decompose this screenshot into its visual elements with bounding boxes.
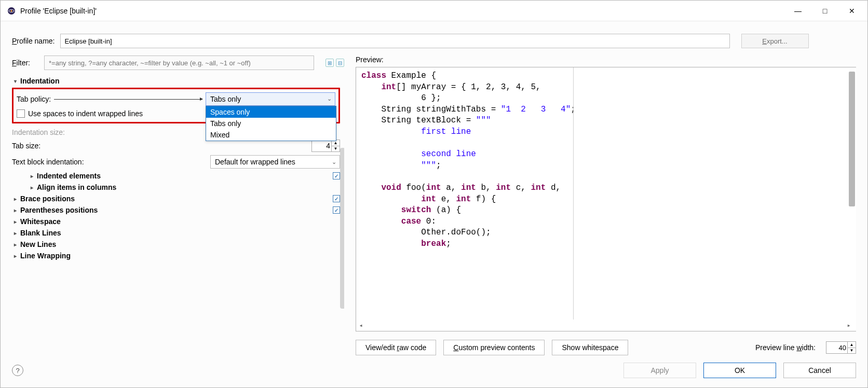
filter-input[interactable] bbox=[44, 56, 314, 70]
preview-scrollbar[interactable] bbox=[849, 72, 855, 206]
filter-label: Filter: bbox=[12, 59, 35, 67]
tab-policy-value: Tabs only bbox=[210, 95, 241, 103]
spinner-down-icon[interactable]: ▼ bbox=[847, 348, 856, 354]
close-button[interactable]: ✕ bbox=[838, 1, 865, 21]
svg-point-2 bbox=[11, 10, 12, 11]
minimize-button[interactable]: — bbox=[784, 1, 811, 21]
preview-line-width-spinner[interactable]: 40 ▲ ▼ bbox=[826, 341, 856, 354]
tree-scrollbar[interactable] bbox=[340, 148, 344, 309]
text-block-value: Default for wrapped lines bbox=[215, 158, 295, 166]
apply-button[interactable]: Apply bbox=[623, 363, 696, 378]
tree-brace-positions[interactable]: Brace positions bbox=[20, 195, 75, 203]
chevron-down-icon: ⌄ bbox=[332, 159, 336, 165]
use-spaces-checkbox[interactable] bbox=[17, 109, 25, 118]
tab-policy-label: Tab policy: bbox=[17, 95, 51, 103]
margin-guide bbox=[573, 67, 574, 320]
chevron-right-icon[interactable]: ▸ bbox=[12, 219, 18, 225]
tree-line-wrapping[interactable]: Line Wrapping bbox=[20, 252, 71, 260]
chevron-down-icon: ⌄ bbox=[327, 95, 332, 102]
profile-name-label: PProfile name:rofile name: bbox=[12, 37, 55, 45]
chevron-right-icon[interactable]: ▸ bbox=[12, 253, 18, 259]
spinner-down-icon[interactable]: ▼ bbox=[331, 146, 340, 152]
text-block-combo[interactable]: Default for wrapped lines ⌄ bbox=[210, 155, 340, 169]
cancel-button[interactable]: Cancel bbox=[783, 363, 856, 378]
chevron-right-icon[interactable]: ▸ bbox=[12, 242, 18, 247]
app-icon bbox=[7, 6, 16, 16]
tree-paren-positions[interactable]: Parentheses positions bbox=[20, 206, 98, 214]
tab-size-spinner[interactable]: 4 ▲ ▼ bbox=[311, 140, 340, 152]
ok-button[interactable]: OK bbox=[703, 363, 776, 378]
tree-blank-lines[interactable]: Blank Lines bbox=[20, 229, 61, 237]
tree-align-items[interactable]: Align items in columns bbox=[37, 183, 116, 191]
help-icon[interactable]: ? bbox=[12, 365, 23, 376]
scroll-right-icon[interactable]: ▸ bbox=[844, 322, 853, 330]
indentation-size-label: Indentation size: bbox=[12, 128, 65, 136]
preview-line-width-value: 40 bbox=[839, 344, 846, 352]
tree-indented-elements[interactable]: Indented elements bbox=[37, 172, 101, 180]
chevron-right-icon[interactable]: ▸ bbox=[29, 185, 35, 190]
chevron-right-icon[interactable]: ▸ bbox=[12, 230, 18, 236]
maximize-button[interactable]: □ bbox=[811, 1, 838, 21]
expand-all-icon[interactable]: ⊞ bbox=[326, 59, 334, 67]
show-whitespace-button[interactable]: Show whitespace bbox=[552, 340, 628, 355]
use-spaces-label: Use spaces to indent wrapped lines bbox=[28, 109, 143, 118]
code-preview: class Example { int[] myArray = { 1, 2, … bbox=[356, 67, 856, 331]
profile-name-input[interactable] bbox=[60, 34, 730, 48]
tab-policy-option-tabs[interactable]: Tabs only bbox=[206, 118, 336, 129]
view-raw-button[interactable]: View/edit raw code bbox=[356, 340, 436, 355]
tree-whitespace[interactable]: Whitespace bbox=[20, 217, 61, 226]
highlighted-region: Tab policy: Tabs only ⌄ Spaces only Tabs… bbox=[12, 88, 340, 123]
titlebar: Profile 'Eclipse [built-in]' — □ ✕ bbox=[1, 1, 867, 21]
custom-preview-button[interactable]: Custom preview contents bbox=[443, 340, 545, 355]
tab-size-label: Tab size: bbox=[12, 142, 40, 150]
preview-line-width-label: Preview line width: bbox=[755, 343, 816, 352]
leader-line bbox=[54, 99, 202, 100]
tab-policy-option-spaces[interactable]: Spaces only bbox=[206, 106, 336, 118]
text-block-label: Text block indentation: bbox=[12, 158, 84, 166]
chevron-down-icon[interactable]: ▾ bbox=[12, 78, 18, 84]
chevron-right-icon[interactable]: ▸ bbox=[12, 207, 18, 213]
tab-policy-dropdown: Spaces only Tabs only Mixed bbox=[206, 106, 336, 141]
tab-policy-combo[interactable]: Tabs only ⌄ Spaces only Tabs only Mixed bbox=[206, 92, 335, 106]
tab-policy-option-mixed[interactable]: Mixed bbox=[206, 129, 336, 141]
chevron-right-icon[interactable]: ▸ bbox=[12, 196, 18, 202]
tree-new-lines[interactable]: New Lines bbox=[20, 240, 56, 248]
preview-horizontal-scrollbar[interactable]: ◂ ▸ bbox=[356, 321, 853, 331]
checked-indicator-icon: ✓ bbox=[333, 195, 340, 202]
tab-size-value: 4 bbox=[326, 142, 330, 150]
checked-indicator-icon: ✓ bbox=[333, 172, 340, 179]
scroll-left-icon[interactable]: ◂ bbox=[356, 322, 365, 330]
chevron-right-icon[interactable]: ▸ bbox=[29, 173, 35, 179]
preview-label: Preview: bbox=[356, 56, 856, 64]
window-title: Profile 'Eclipse [built-in]' bbox=[20, 7, 784, 15]
collapse-all-icon[interactable]: ⊟ bbox=[336, 59, 344, 67]
spinner-up-icon[interactable]: ▲ bbox=[847, 342, 856, 348]
checked-indicator-icon: ✓ bbox=[333, 206, 340, 214]
export-button[interactable]: Export... bbox=[741, 34, 809, 48]
tree-indentation[interactable]: Indentation bbox=[20, 77, 59, 85]
